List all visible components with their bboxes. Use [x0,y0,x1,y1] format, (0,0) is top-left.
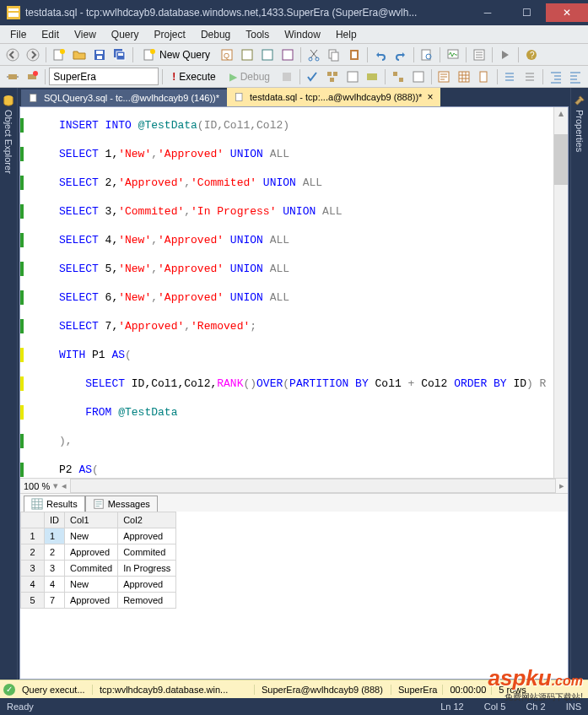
xmla-query-icon[interactable] [278,46,297,64]
status-db: SuperEra [393,685,443,695]
save-all-icon[interactable] [111,46,129,64]
status-exec: Query execut... [17,685,93,695]
grid-header-col1[interactable]: Col1 [65,512,118,528]
save-icon[interactable] [90,46,109,64]
status-ch: Ch 2 [526,701,545,712]
tab-sqlquery3[interactable]: SQLQuery3.sql - tc...@wvlhdcayb9 (146))* [21,89,227,106]
db-engine-query-icon[interactable]: Q [218,46,236,64]
svg-point-34 [33,71,38,76]
debug-button[interactable]: ▶ Debug [224,68,276,85]
query-status-bar: ✓ Query execut... tcp:wvlhdcayb9.databas… [0,680,588,698]
tab-testdata[interactable]: testdata.sql - tcp:...a@wvlhdcayb9 (888)… [227,88,440,106]
tab-messages[interactable]: Messages [85,496,158,512]
stop-icon[interactable] [278,68,296,86]
svg-point-6 [60,49,65,54]
maximize-button[interactable]: ☐ [507,3,546,22]
window-title: testdata.sql - tcp:wvlhdcayb9.database.w… [25,7,468,19]
tab-close-icon[interactable]: × [427,91,433,103]
code-editor[interactable]: INSERT INTO @TestData(ID,Col1,Col2) SELE… [20,107,568,478]
forward-button[interactable] [24,46,42,64]
database-combo[interactable] [49,68,159,85]
activity-monitor-icon[interactable] [444,46,462,64]
grid-corner[interactable] [21,512,45,528]
svg-rect-35 [283,73,291,81]
svg-rect-42 [399,78,403,82]
svg-rect-49 [236,94,243,101]
menu-project[interactable]: Project [148,27,192,42]
svg-rect-43 [413,72,423,82]
svg-rect-8 [96,51,103,54]
new-query-button[interactable]: New Query [137,46,216,64]
svg-point-14 [150,49,155,54]
find-icon[interactable] [418,46,436,64]
properties-tab[interactable]: Properties [570,88,588,680]
results-text-icon[interactable] [435,68,454,86]
mdx-query-icon[interactable] [238,46,256,64]
undo-icon[interactable] [371,46,390,64]
intellisense-icon[interactable] [364,68,382,86]
menu-file[interactable]: File [3,27,33,42]
comment-icon[interactable] [501,68,520,86]
status-time: 00:00:00 [445,685,492,695]
table-row: 57ApprovedRemoved [21,593,176,609]
menu-tools[interactable]: Tools [239,27,276,42]
svg-rect-1 [8,8,19,11]
execute-button[interactable]: ! Execute [166,68,221,85]
query-options-icon[interactable] [343,68,362,86]
tab-results[interactable]: Results [24,496,85,512]
grid-header-col2[interactable]: Col2 [118,512,176,528]
open-icon[interactable] [70,46,89,64]
parse-icon[interactable] [304,68,322,86]
table-row: 22ApprovedCommited [21,544,176,561]
results-file-icon[interactable] [475,68,494,86]
cut-icon[interactable] [305,46,323,64]
include-plan-icon[interactable] [389,68,407,86]
horizontal-scrollbar[interactable] [70,479,556,493]
svg-rect-46 [480,72,487,82]
svg-rect-18 [262,50,272,60]
paste-icon[interactable] [345,46,364,64]
grid-header-id[interactable]: ID [45,512,65,528]
table-row: 11NewApproved [21,528,176,544]
toolbar-main: New Query Q ? [0,44,588,66]
include-stats-icon[interactable] [409,68,428,86]
uncomment-icon[interactable] [521,68,539,86]
minimize-button[interactable]: ─ [468,3,507,22]
vertical-scrollbar[interactable]: ▴ [553,107,568,478]
outdent-icon[interactable] [566,68,585,86]
menu-debug[interactable]: Debug [194,27,237,42]
menu-view[interactable]: View [67,27,103,42]
svg-point-3 [7,49,19,61]
svg-text:?: ? [530,51,535,60]
results-grid-icon[interactable] [455,68,473,86]
results-grid[interactable]: ID Col1 Col2 11NewApproved 22ApprovedCom… [20,512,568,679]
indent-icon[interactable] [547,68,565,86]
status-rows: 5 rows [494,685,531,695]
menu-query[interactable]: Query [105,27,146,42]
debug-play-icon: ▶ [229,71,237,83]
help-icon[interactable]: ? [522,46,541,64]
new-project-icon[interactable] [50,46,68,64]
connect-icon[interactable] [3,68,22,86]
zoom-level[interactable]: 100 % [24,481,50,491]
object-explorer-tab[interactable]: Object Explorer [0,88,18,680]
estimated-plan-icon[interactable] [323,68,342,86]
close-button[interactable]: ✕ [546,3,588,22]
dmx-query-icon[interactable] [258,46,277,64]
svg-rect-9 [97,56,102,59]
menu-help[interactable]: Help [329,27,364,42]
menu-window[interactable]: Window [278,27,327,42]
copy-icon[interactable] [325,46,343,64]
redo-icon[interactable] [391,46,410,64]
properties-icon[interactable] [470,46,488,64]
back-button[interactable] [3,46,22,64]
status-col: Col 5 [484,701,506,712]
svg-rect-17 [242,50,252,60]
play-step-icon[interactable] [496,46,515,64]
svg-rect-38 [330,78,334,82]
svg-rect-41 [393,72,397,76]
menubar: File Edit View Query Project Debug Tools… [0,25,588,44]
svg-rect-25 [352,51,357,58]
change-connection-icon[interactable] [24,68,42,86]
menu-edit[interactable]: Edit [35,27,66,42]
